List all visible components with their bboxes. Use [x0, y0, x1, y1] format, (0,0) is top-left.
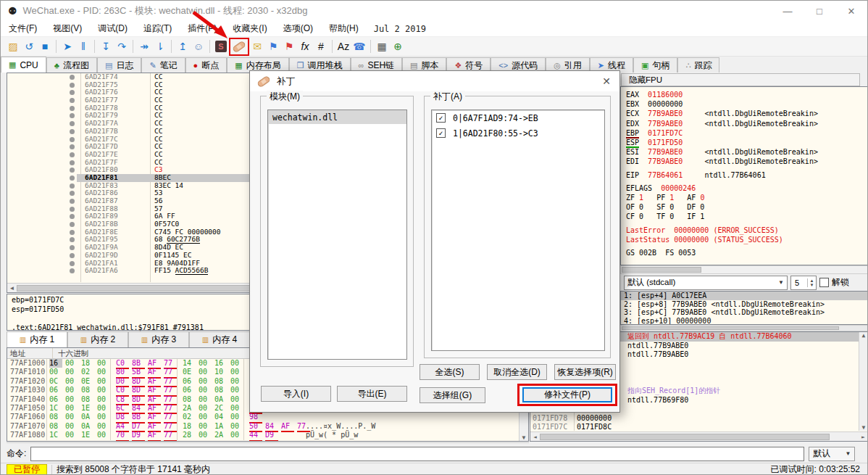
menu-item[interactable]: 追踪(T) — [135, 21, 180, 36]
argument-row[interactable]: 2: [esp+8] 77B9ABE0 <ntdll.DbgUiRemoteBr… — [621, 300, 868, 309]
breakpoint-dot-icon[interactable] — [70, 168, 75, 173]
dump-byte[interactable]: 08 — [214, 377, 228, 386]
tab-graph[interactable]: ♣流程图 — [46, 57, 97, 73]
tab-cpu[interactable]: ▦CPU — [1, 57, 46, 73]
dump-byte[interactable]: 0C — [49, 377, 62, 386]
execute-till-return-icon[interactable]: ↥ — [175, 38, 191, 54]
dump-byte[interactable]: 00 — [230, 431, 243, 439]
scroll-down-icon[interactable]: ▼ — [522, 434, 526, 441]
register-row[interactable]: CF 0 TF 0 IF 1 — [621, 212, 868, 221]
breakpoint-dot-icon[interactable] — [70, 113, 75, 118]
dump-byte[interactable]: 06 — [183, 386, 196, 395]
register-row[interactable]: OF 0 SF 0 DF 0 — [621, 202, 868, 212]
breakpoint-dot-icon[interactable] — [70, 144, 75, 149]
register-row[interactable]: EBP 0171FD7C — [621, 128, 868, 138]
unlock-checkbox[interactable] — [819, 278, 829, 287]
dump-byte[interactable]: 00 — [65, 422, 78, 431]
dump-byte[interactable]: 00 — [199, 431, 212, 439]
dump-byte[interactable]: 00 — [97, 359, 110, 368]
dump-byte[interactable]: 0A — [214, 395, 228, 404]
argument-row[interactable]: 3: [esp+C] 77B9ABE0 <ntdll.DbgUiRemoteBr… — [621, 308, 868, 317]
menu-item[interactable]: 文件(F) — [1, 21, 45, 36]
calculator-icon[interactable]: ▦ — [374, 38, 390, 54]
dump-byte[interactable]: 02 — [81, 368, 94, 376]
scroll-up-icon[interactable]: ▲ — [862, 332, 866, 339]
dump-byte[interactable]: 00 — [199, 359, 212, 368]
bookmark-icon[interactable]: ⚑ — [281, 38, 297, 54]
import-button[interactable]: 导入(I) — [261, 386, 331, 402]
breakpoint-dot-icon[interactable] — [70, 160, 75, 165]
strings-icon[interactable]: Az — [335, 38, 351, 54]
register-row[interactable]: EAX 01186000 — [621, 90, 868, 99]
dump-byte[interactable]: 06 — [49, 386, 62, 395]
dump-byte[interactable]: 1E — [81, 431, 94, 439]
dump-byte[interactable]: 06 — [49, 395, 62, 404]
spinner-arrows-icon[interactable]: ▲▼ — [807, 278, 816, 287]
modules-list[interactable]: wechatwin.dll — [267, 110, 407, 360]
menu-item[interactable]: 收藏夹(I) — [225, 21, 275, 36]
patch-list-item[interactable]: ✓1|6AD21F80:55->C3 — [432, 125, 604, 141]
dump-byte[interactable]: 00 — [97, 422, 110, 431]
scroll-right-icon[interactable]: ► — [859, 434, 868, 440]
attach-icon[interactable]: ☺ — [191, 38, 206, 54]
stack-horizontal-scrollbar[interactable]: ◄ ► — [530, 431, 868, 441]
dump-byte[interactable]: 00 — [230, 386, 243, 395]
arguments-panel[interactable]: 1: [esp+4] A0C17EEA2: [esp+8] 77B9ABE0 <… — [620, 291, 868, 325]
run-icon[interactable]: ➤ — [59, 38, 75, 54]
argument-row[interactable]: 4: [esp+10] 00000000 — [621, 317, 868, 325]
patch-dialog-title-bar[interactable]: 补丁 ✕ — [250, 71, 619, 91]
restart-icon[interactable]: ↺ — [21, 38, 37, 54]
dump-byte[interactable]: 04 — [214, 413, 228, 421]
dump-byte[interactable]: 00 — [230, 404, 243, 413]
dump-byte[interactable]: 00 — [97, 431, 110, 439]
stop-icon[interactable]: ■ — [37, 38, 53, 54]
registers-panel[interactable]: EAX 01186000EBX 00000000ECX 77B9ABE0 <nt… — [620, 86, 868, 265]
register-row[interactable]: EIP 77B64061 ntdll.77B64061 — [621, 170, 868, 180]
dump-byte[interactable]: 0A — [81, 413, 94, 421]
dump-byte[interactable]: 00 — [97, 386, 110, 395]
memory-map-icon[interactable]: ⊕ — [390, 38, 406, 54]
register-row[interactable]: EFLAGS 00000246 — [621, 183, 868, 193]
select-all-button[interactable]: 全选(S) — [420, 364, 480, 380]
call-stack-phone-icon[interactable]: ☎ — [351, 38, 367, 54]
step-over-icon[interactable]: ↷ — [114, 38, 130, 54]
dump-tab-4[interactable]: ▥内存 4 — [189, 331, 250, 347]
dump-byte[interactable]: 00 — [199, 413, 212, 421]
restore-selected-button[interactable]: 恢复选择项(R) — [554, 364, 616, 380]
dump-byte[interactable]: 77 — [164, 431, 177, 441]
step-out-icon[interactable]: ⇂ — [152, 38, 168, 54]
menu-item[interactable]: 视图(V) — [45, 21, 90, 36]
arguments-horizontal-scrollbar[interactable] — [620, 325, 868, 331]
breakpoint-dot-icon[interactable] — [70, 121, 75, 126]
register-row[interactable]: ESP 0171FD50 — [621, 138, 868, 147]
dump-byte[interactable]: 44 — [249, 431, 262, 441]
dump-byte[interactable]: 00 — [65, 377, 78, 386]
breakpoint-dot-icon[interactable] — [70, 137, 75, 142]
breakpoint-dot-icon[interactable] — [70, 230, 75, 235]
command-input[interactable] — [30, 447, 804, 461]
dump-byte[interactable]: 2A — [214, 431, 228, 439]
dump-byte[interactable]: AF — [148, 431, 161, 441]
register-row[interactable]: LastError 00000000 (ERROR_SUCCESS) — [621, 226, 868, 235]
argument-count-stepper[interactable]: 5 ▲▼ — [790, 276, 817, 290]
maximize-button[interactable]: □ — [804, 1, 835, 21]
open-file-icon[interactable]: ▨ — [5, 38, 21, 54]
dump-byte[interactable]: 00 — [230, 377, 243, 386]
stack-vertical-scrollbar[interactable]: ▲ ▼ — [859, 332, 868, 431]
breakpoint-dot-icon[interactable] — [70, 75, 75, 80]
dump-byte[interactable]: 00 — [230, 368, 243, 376]
command-profile-select[interactable]: 默认 ▼ — [809, 447, 855, 461]
dump-byte[interactable]: 70 — [116, 431, 129, 441]
dump-byte[interactable]: 00 — [65, 368, 78, 376]
hide-fpu-button[interactable]: 隐藏FPU — [621, 73, 860, 86]
dump-byte[interactable]: 08 — [49, 422, 62, 431]
dump-byte[interactable]: 00 — [97, 377, 110, 386]
breakpoint-dot-icon[interactable] — [70, 90, 75, 95]
dump-byte[interactable]: 18 — [81, 359, 94, 368]
tab-notes[interactable]: ✎笔记 — [141, 57, 185, 73]
register-row[interactable]: EDI 77B9ABE0 <ntdll.DbgUiRemoteBreakin> — [621, 157, 868, 166]
register-row[interactable]: GS 002B FS 0053 — [621, 248, 868, 257]
dump-byte[interactable]: 00 — [65, 395, 78, 404]
functions-icon[interactable]: fx — [297, 38, 313, 54]
dump-byte[interactable]: D9 — [265, 431, 278, 441]
